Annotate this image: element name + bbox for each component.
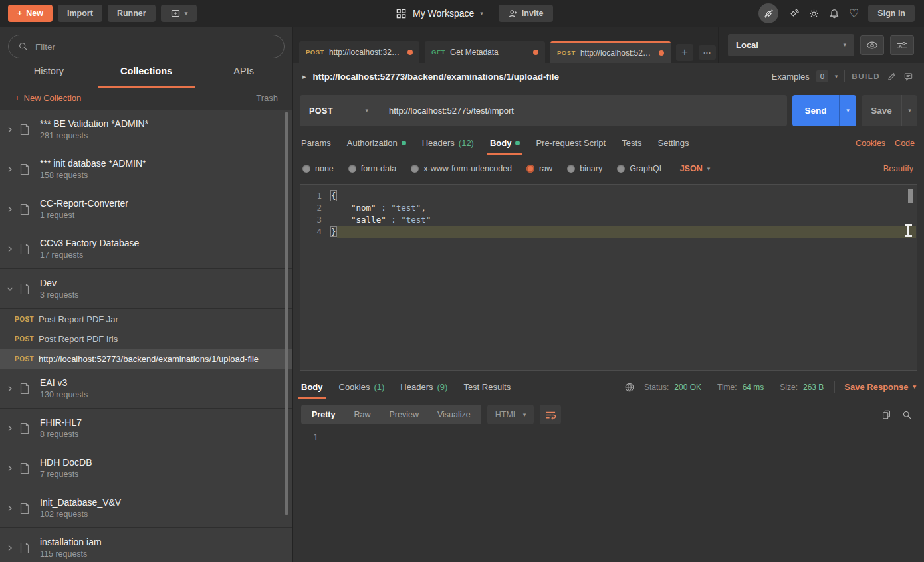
chevron-right-icon[interactable] xyxy=(7,545,16,551)
new-window-button[interactable]: ▾ xyxy=(161,5,197,22)
tab-authorization[interactable]: Authorization xyxy=(347,132,406,155)
environment-quick-look-button[interactable] xyxy=(860,35,884,55)
tab-prerequest-script[interactable]: Pre-request Script xyxy=(536,132,606,155)
method-select[interactable]: POST ▾ xyxy=(300,95,378,126)
copy-response-icon[interactable] xyxy=(881,409,891,420)
settings-button[interactable] xyxy=(808,8,820,19)
request-tab[interactable]: GET Get Metadata xyxy=(425,41,545,63)
tab-headers[interactable]: Headers(12) xyxy=(422,132,474,155)
request-list-item[interactable]: POST Post Report PDF Iris xyxy=(0,329,292,349)
send-button[interactable]: Send ▾ xyxy=(792,95,856,126)
tab-response-headers[interactable]: Headers(9) xyxy=(400,375,447,399)
header-right-actions: ♡ Sign In xyxy=(758,3,924,23)
mode-urlencoded[interactable]: x-www-form-urlencoded xyxy=(411,164,512,173)
collapse-request-icon[interactable]: ▸ xyxy=(302,72,306,81)
save-options-button[interactable]: ▾ xyxy=(901,95,917,126)
sync-button[interactable] xyxy=(788,8,799,19)
tab-tests[interactable]: Tests xyxy=(622,132,641,155)
trash-button[interactable]: Trash xyxy=(256,93,278,103)
body-editor[interactable]: 1 { 2 "nom" : "test", 3 "salle" : "test"… xyxy=(300,184,917,371)
collection-row[interactable]: FHIR-HL7 8 requests xyxy=(0,409,292,448)
collection-row[interactable]: CCv3 Factory Database 17 requests xyxy=(0,229,292,269)
build-mode-label[interactable]: BUILD xyxy=(852,72,880,80)
favorites-button[interactable]: ♡ xyxy=(849,7,859,21)
request-tab-active[interactable]: POST http://localhost:52773/... xyxy=(550,41,671,63)
tab-params[interactable]: Params xyxy=(301,132,331,155)
invite-button[interactable]: Invite xyxy=(499,5,553,22)
tab-test-results[interactable]: Test Results xyxy=(463,375,511,399)
filter-input[interactable] xyxy=(35,42,261,52)
response-body[interactable]: 1 xyxy=(293,427,924,562)
response-format-select[interactable]: HTML ▾ xyxy=(487,405,534,424)
mode-none[interactable]: none xyxy=(302,164,334,173)
environment-settings-button[interactable] xyxy=(890,35,914,55)
view-preview[interactable]: Preview xyxy=(380,405,427,424)
save-response-button[interactable]: Save Response ▾ xyxy=(844,382,916,392)
environment-select[interactable]: Local ▾ xyxy=(728,34,854,56)
comments-icon[interactable] xyxy=(903,72,913,82)
tab-response-cookies[interactable]: Cookies(1) xyxy=(339,375,385,399)
mode-binary[interactable]: binary xyxy=(567,164,602,173)
mode-graphql[interactable]: GraphQL xyxy=(617,164,663,173)
workspace-switcher[interactable]: My Workspace ▾ Invite xyxy=(396,0,553,27)
request-list-item[interactable]: POST Post Report PDF Jar xyxy=(0,309,292,329)
chevron-right-icon[interactable] xyxy=(7,246,16,252)
globe-icon[interactable] xyxy=(624,382,635,393)
divider xyxy=(834,381,835,393)
code-link[interactable]: Code xyxy=(895,139,915,148)
collection-row[interactable]: Init_Database_V&V 102 requests xyxy=(0,488,292,528)
new-collection-button[interactable]: + New Collection xyxy=(15,93,81,103)
request-tab[interactable]: POST http://localhost:32783/... xyxy=(299,41,419,63)
collection-row[interactable]: CC-Report-Converter 1 request xyxy=(0,189,292,229)
search-response-icon[interactable] xyxy=(902,410,912,420)
chevron-down-icon[interactable] xyxy=(7,286,16,292)
sync-off-button[interactable] xyxy=(758,3,778,23)
collection-row[interactable]: *** BE Validation *ADMIN* 281 requests xyxy=(0,110,292,149)
tab-apis[interactable]: APIs xyxy=(195,63,292,84)
collection-row[interactable]: *** init database *ADMIN* 158 requests xyxy=(0,149,292,189)
tab-body[interactable]: Body xyxy=(490,132,520,155)
chevron-down-icon[interactable]: ▾ xyxy=(835,74,838,80)
runner-button[interactable]: Runner xyxy=(108,5,156,22)
open-new-tab-button[interactable]: + xyxy=(676,44,693,61)
url-input[interactable]: http://localhost:52775/test/import xyxy=(378,106,514,116)
view-raw[interactable]: Raw xyxy=(344,405,380,424)
sign-in-button[interactable]: Sign In xyxy=(868,5,915,22)
chevron-right-icon[interactable] xyxy=(7,465,16,472)
chevron-right-icon[interactable] xyxy=(7,505,16,512)
chevron-right-icon[interactable] xyxy=(7,126,16,133)
examples-dropdown[interactable]: Examples xyxy=(772,72,810,82)
beautify-link[interactable]: Beautify xyxy=(883,164,913,173)
send-options-button[interactable]: ▾ xyxy=(839,95,856,126)
notifications-button[interactable] xyxy=(829,8,840,19)
tab-collections[interactable]: Collections xyxy=(98,63,195,84)
sidebar-scrollbar[interactable] xyxy=(285,112,288,515)
view-pretty[interactable]: Pretty xyxy=(302,405,344,424)
cookies-link[interactable]: Cookies xyxy=(856,139,885,148)
language-select[interactable]: JSON ▾ xyxy=(680,164,711,173)
view-visualize[interactable]: Visualize xyxy=(428,405,480,424)
tab-history[interactable]: History xyxy=(0,63,98,84)
chevron-right-icon[interactable] xyxy=(7,206,16,213)
collection-row[interactable]: HDH DocDB 7 requests xyxy=(0,448,292,488)
editor-scrollbar[interactable] xyxy=(908,189,913,203)
chevron-right-icon[interactable] xyxy=(7,166,16,173)
chevron-right-icon[interactable] xyxy=(7,425,16,432)
request-list-item-selected[interactable]: POST http://localhost:52773/backend/exam… xyxy=(0,349,292,369)
rename-pencil-icon[interactable] xyxy=(887,72,897,82)
save-button[interactable]: Save ▾ xyxy=(862,95,917,126)
mode-raw-selected[interactable]: raw xyxy=(526,164,552,173)
tab-settings[interactable]: Settings xyxy=(658,132,689,155)
new-window-icon xyxy=(170,8,181,19)
collection-row[interactable]: installation iam 115 requests xyxy=(0,528,292,562)
tab-response-body[interactable]: Body xyxy=(301,375,323,399)
search-icon xyxy=(18,41,29,52)
collection-row[interactable]: EAI v3 130 requests xyxy=(0,369,292,409)
wrap-lines-button[interactable] xyxy=(540,405,561,424)
import-button[interactable]: Import xyxy=(58,5,102,22)
tab-options-button[interactable]: ••• xyxy=(699,45,716,60)
collection-row-expanded[interactable]: Dev 3 requests xyxy=(0,269,292,309)
mode-form-data[interactable]: form-data xyxy=(348,164,397,173)
new-button[interactable]: + New xyxy=(8,5,53,22)
chevron-right-icon[interactable] xyxy=(7,385,16,392)
